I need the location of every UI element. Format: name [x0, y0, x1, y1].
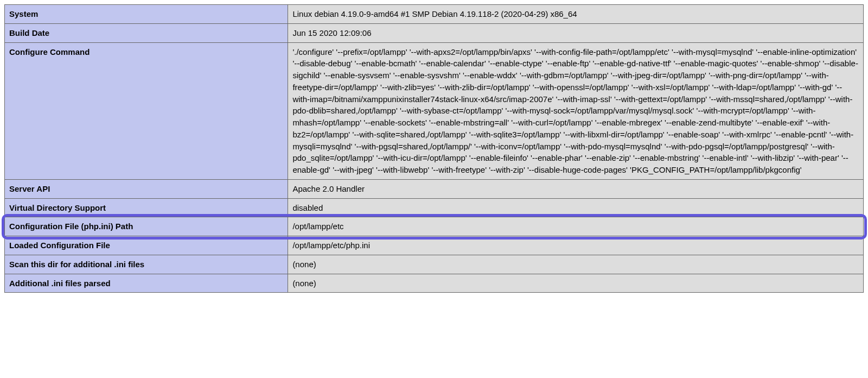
table-row: Build Date Jun 15 2020 12:09:06 [5, 23, 864, 42]
table-row-highlighted: Configuration File (php.ini) Path /opt/l… [5, 217, 864, 236]
table-row: System Linux debian 4.19.0-9-amd64 #1 SM… [5, 5, 864, 24]
row-value-configure-command: './configure' '--prefix=/opt/lampp' '--w… [288, 42, 864, 179]
row-value-loaded-config: /opt/lampp/etc/php.ini [288, 236, 864, 255]
row-label-additional-ini: Additional .ini files parsed [5, 274, 288, 293]
table-row: Additional .ini files parsed (none) [5, 274, 864, 293]
phpinfo-tbody: System Linux debian 4.19.0-9-amd64 #1 SM… [5, 5, 864, 293]
row-label-server-api: Server API [5, 179, 288, 198]
row-label-config-file-path: Configuration File (php.ini) Path [5, 217, 288, 236]
phpinfo-table-wrapper: System Linux debian 4.19.0-9-amd64 #1 SM… [4, 4, 864, 293]
row-label-scan-dir: Scan this dir for additional .ini files [5, 255, 288, 274]
table-row: Loaded Configuration File /opt/lampp/etc… [5, 236, 864, 255]
table-row: Scan this dir for additional .ini files … [5, 255, 864, 274]
phpinfo-table: System Linux debian 4.19.0-9-amd64 #1 SM… [4, 4, 864, 293]
row-label-system: System [5, 5, 288, 24]
row-value-server-api: Apache 2.0 Handler [288, 179, 864, 198]
row-value-virtual-directory: disabled [288, 198, 864, 217]
row-label-virtual-directory: Virtual Directory Support [5, 198, 288, 217]
row-value-config-file-path: /opt/lampp/etc [288, 217, 864, 236]
row-value-additional-ini: (none) [288, 274, 864, 293]
table-row: Virtual Directory Support disabled [5, 198, 864, 217]
row-value-build-date: Jun 15 2020 12:09:06 [288, 23, 864, 42]
row-value-system: Linux debian 4.19.0-9-amd64 #1 SMP Debia… [288, 5, 864, 24]
table-row: Configure Command './configure' '--prefi… [5, 42, 864, 179]
row-label-configure-command: Configure Command [5, 42, 288, 179]
row-label-build-date: Build Date [5, 23, 288, 42]
row-value-scan-dir: (none) [288, 255, 864, 274]
row-label-loaded-config: Loaded Configuration File [5, 236, 288, 255]
table-row: Server API Apache 2.0 Handler [5, 179, 864, 198]
